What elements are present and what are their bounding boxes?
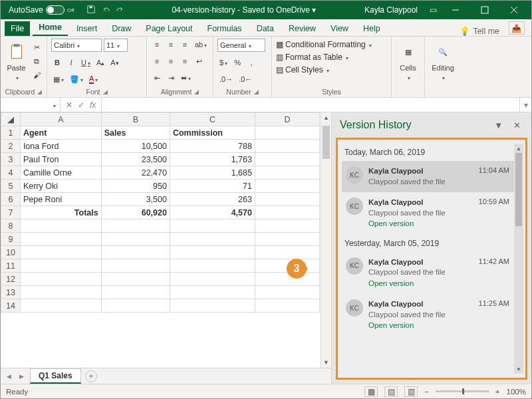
font-name-dropdown[interactable]: Calibri <box>51 39 102 52</box>
page-break-view-button[interactable]: ▥ <box>404 386 418 397</box>
tab-draw[interactable]: Draw <box>106 21 137 36</box>
cell[interactable]: Paul Tron <box>20 153 101 166</box>
version-item[interactable]: KCKayla ClaypoolClaypool saved the fileO… <box>342 252 523 295</box>
cell[interactable] <box>255 206 319 219</box>
italic-button[interactable]: I <box>65 57 77 68</box>
fx-icon[interactable]: fx <box>90 100 96 110</box>
cell[interactable]: Pepe Roni <box>20 193 101 206</box>
align-right-button[interactable]: ≡ <box>179 55 191 67</box>
cell[interactable] <box>255 140 319 153</box>
format-painter-button[interactable]: 🖌 <box>31 69 43 81</box>
percent-button[interactable]: % <box>231 57 243 68</box>
scroll-thumb[interactable] <box>323 126 330 159</box>
cell[interactable] <box>101 286 170 299</box>
col-header[interactable]: C <box>170 113 255 126</box>
scroll-down-icon[interactable]: ▼ <box>321 357 331 368</box>
increase-font-button[interactable]: A▴ <box>94 57 106 68</box>
autosave-toggle[interactable]: AutoSave Off <box>3 5 80 15</box>
scroll-down-icon[interactable]: ▼ <box>514 364 523 374</box>
cell[interactable]: Iona Ford <box>20 140 101 153</box>
cell[interactable]: 3,500 <box>101 193 170 206</box>
cell[interactable] <box>20 246 101 259</box>
col-header[interactable]: A <box>20 113 101 126</box>
number-format-dropdown[interactable]: General <box>217 39 265 52</box>
spreadsheet-grid[interactable]: ◢ A B C D 1 Agent Sales Commission 2 Ion… <box>1 112 320 313</box>
tab-help[interactable]: Help <box>357 21 386 36</box>
cell[interactable] <box>101 246 170 259</box>
zoom-slider[interactable] <box>436 390 489 392</box>
fill-color-button[interactable]: 🪣 <box>68 73 85 85</box>
font-dialog-icon[interactable]: ◢ <box>103 88 108 95</box>
row-header[interactable]: 9 <box>1 233 21 246</box>
cell[interactable]: 71 <box>170 180 255 193</box>
ribbon-options-icon[interactable]: ▭ <box>426 5 441 15</box>
underline-button[interactable]: U <box>79 57 92 68</box>
increase-indent-button[interactable]: ⇥ <box>165 72 177 84</box>
row-header[interactable]: 13 <box>1 286 21 299</box>
decrease-indent-button[interactable]: ⇤ <box>151 72 163 84</box>
cell[interactable] <box>255 126 319 140</box>
font-color-button[interactable]: A <box>87 73 100 85</box>
cell[interactable] <box>170 286 255 299</box>
pane-menu-icon[interactable]: ▼ <box>491 120 505 130</box>
share-button[interactable]: 📤 <box>509 21 525 35</box>
expand-formula-icon[interactable]: ▾ <box>519 98 531 112</box>
cell[interactable] <box>170 233 255 246</box>
scroll-up-icon[interactable]: ▲ <box>321 112 331 123</box>
cell[interactable] <box>101 233 170 246</box>
align-bottom-button[interactable]: ≡ <box>179 39 191 51</box>
col-header[interactable]: D <box>255 113 319 126</box>
enter-formula-icon[interactable]: ✓ <box>78 100 84 110</box>
cancel-formula-icon[interactable]: ✕ <box>66 100 72 110</box>
cell[interactable] <box>255 166 319 180</box>
cell[interactable] <box>170 219 255 233</box>
row-header[interactable]: 14 <box>1 299 21 313</box>
row-header[interactable]: 7 <box>1 206 21 219</box>
align-left-button[interactable]: ≡ <box>151 55 163 67</box>
format-as-table-button[interactable]: ▥Format as Table <box>276 53 348 62</box>
align-middle-button[interactable]: ≡ <box>165 39 177 51</box>
cell[interactable]: 950 <box>101 180 170 193</box>
undo-icon[interactable] <box>101 5 110 16</box>
pane-close-icon[interactable]: ✕ <box>511 120 523 130</box>
increase-decimal-button[interactable]: .0→ <box>217 73 235 85</box>
cell[interactable]: 60,920 <box>101 206 170 219</box>
cell[interactable]: 10,500 <box>101 140 170 153</box>
cell[interactable] <box>255 233 319 246</box>
tell-me[interactable]: 💡 Tell me <box>456 26 503 36</box>
number-dialog-icon[interactable]: ◢ <box>254 88 259 95</box>
cell[interactable] <box>255 299 319 313</box>
scroll-up-icon[interactable]: ▲ <box>514 144 523 153</box>
cells-button[interactable]: ▦Cells <box>396 39 420 81</box>
cell[interactable] <box>20 233 101 246</box>
alignment-dialog-icon[interactable]: ◢ <box>194 88 199 95</box>
scroll-thumb[interactable] <box>515 153 522 226</box>
cell[interactable]: Camille Orne <box>20 166 101 180</box>
cell[interactable]: 788 <box>170 140 255 153</box>
cell[interactable] <box>101 259 170 273</box>
cell[interactable] <box>170 246 255 259</box>
zoom-level[interactable]: 100% <box>507 388 526 396</box>
copy-button[interactable]: ⧉ <box>31 55 43 67</box>
open-version-link[interactable]: Open version <box>368 279 473 289</box>
tab-home[interactable]: Home <box>33 20 68 36</box>
cell[interactable] <box>20 286 101 299</box>
cell[interactable] <box>20 219 101 233</box>
cell-styles-button[interactable]: ▤Cell Styles <box>276 65 329 74</box>
tab-file[interactable]: File <box>5 21 30 36</box>
row-header[interactable]: 11 <box>1 259 21 273</box>
cell[interactable]: Sales <box>101 126 170 140</box>
row-header[interactable]: 6 <box>1 193 21 206</box>
save-icon[interactable] <box>86 5 96 16</box>
clipboard-dialog-icon[interactable]: ◢ <box>37 88 42 95</box>
open-version-link[interactable]: Open version <box>368 219 473 229</box>
select-all[interactable]: ◢ <box>1 113 21 126</box>
cell[interactable]: 1,763 <box>170 153 255 166</box>
autosave-switch[interactable] <box>46 5 65 15</box>
row-header[interactable]: 1 <box>1 126 21 140</box>
cell[interactable] <box>170 259 255 273</box>
cell[interactable] <box>101 219 170 233</box>
cell[interactable]: 263 <box>170 193 255 206</box>
decrease-font-button[interactable]: A▾ <box>108 57 120 68</box>
editing-button[interactable]: 🔍Editing <box>429 39 457 81</box>
